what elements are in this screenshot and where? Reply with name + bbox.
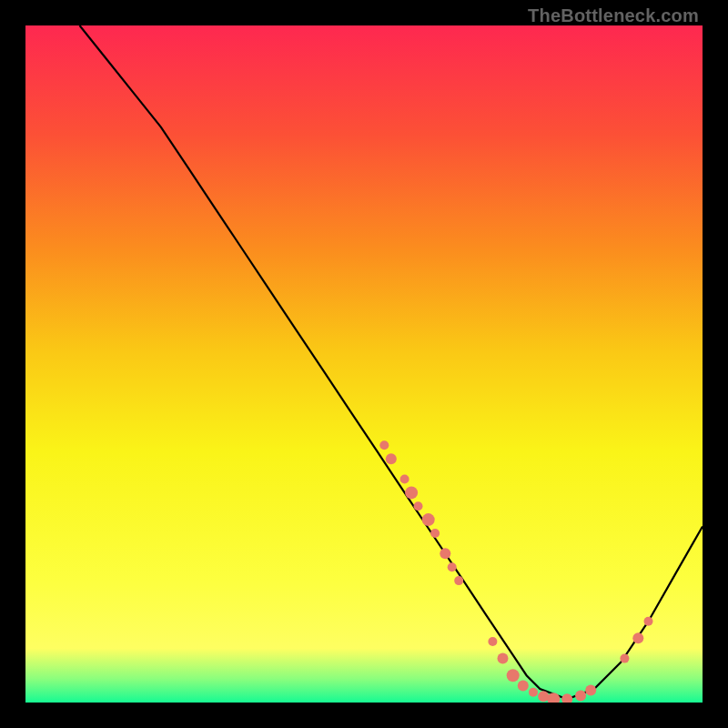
data-point [414, 501, 423, 511]
data-point [644, 617, 653, 626]
data-point [386, 453, 397, 464]
data-point [529, 688, 538, 697]
chart-svg [25, 25, 703, 703]
data-point [620, 654, 629, 663]
data-point [440, 548, 450, 559]
data-point [422, 513, 435, 526]
data-point [498, 653, 509, 664]
data-point [538, 691, 549, 702]
data-point [488, 637, 497, 646]
data-point [518, 680, 529, 691]
data-point [585, 685, 596, 696]
data-point [400, 475, 410, 484]
chart-background [25, 25, 703, 703]
data-point [454, 576, 463, 585]
data-point [448, 562, 457, 571]
chart-frame [25, 25, 703, 703]
data-point [507, 669, 520, 682]
watermark-text: TheBottleneck.com [528, 5, 699, 26]
data-point [379, 440, 389, 450]
data-point [575, 691, 586, 702]
data-point [632, 632, 643, 643]
data-point [405, 486, 418, 499]
data-point [430, 529, 440, 538]
